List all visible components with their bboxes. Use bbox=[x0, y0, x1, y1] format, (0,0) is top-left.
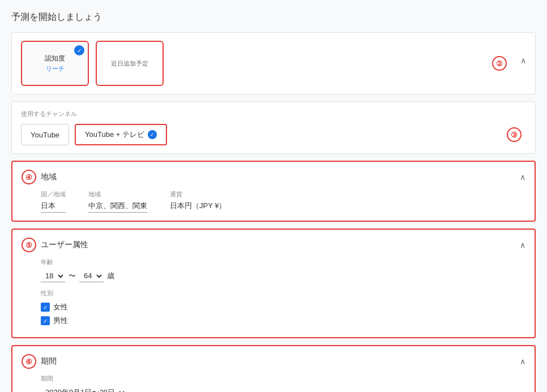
step-number-4: ④ bbox=[22, 170, 36, 184]
gender-label: 性別 bbox=[41, 289, 525, 298]
male-checkbox[interactable]: ✓ bbox=[41, 316, 50, 325]
section-goal-chevron[interactable]: ∧ bbox=[520, 56, 526, 65]
goal-card-check-awareness: ✓ bbox=[74, 45, 84, 55]
section-region-chevron[interactable]: ∧ bbox=[520, 173, 525, 182]
region-value: 中京、関西、関東 bbox=[88, 201, 147, 213]
region-label: 地域 bbox=[88, 190, 147, 199]
step-number-6: ⑥ bbox=[22, 354, 36, 369]
location-row: 国／地域 日本 地域 中京、関西、関東 通貨 日本円（JPY ¥） bbox=[41, 190, 525, 213]
step-number-3: ③ bbox=[507, 127, 522, 142]
step-number-5: ⑤ bbox=[22, 238, 36, 252]
goal-card-coming-soon[interactable]: 近日追加予定 bbox=[96, 41, 164, 86]
female-checkbox[interactable]: ✓ bbox=[41, 303, 50, 312]
section-demographics-chevron[interactable]: ∧ bbox=[520, 240, 525, 249]
currency-value: 日本円（JPY ¥） bbox=[170, 201, 226, 211]
age-label: 年齢 bbox=[41, 258, 525, 266]
section-demographics-header: ⑤ ユーザー属性 ∧ bbox=[22, 238, 525, 252]
region-field: 地域 中京、関西、関東 bbox=[88, 190, 147, 213]
age-unit: 歳 bbox=[107, 271, 114, 281]
period-title: 期間 bbox=[41, 356, 57, 367]
period-select[interactable]: 2020年9月1日〜28日 bbox=[41, 386, 126, 392]
age-to-select[interactable]: 64 54 44 bbox=[79, 270, 104, 282]
page-title: 予測を開始しましょう bbox=[11, 11, 536, 23]
section-region-header: ④ 地域 ∧ bbox=[22, 170, 525, 184]
section-period-title-left: ⑥ 期間 bbox=[22, 354, 57, 369]
channel-tv-check-icon: ✓ bbox=[148, 130, 157, 139]
period-label: 期間 bbox=[41, 374, 525, 383]
section-period-chevron[interactable]: ∧ bbox=[520, 357, 525, 366]
currency-label: 通貨 bbox=[170, 190, 226, 199]
section-goal-header: ✓ 認知度 リーチ 近日追加予定 ② ∧ bbox=[21, 41, 526, 86]
channel-buttons-container: YouTube YouTube + テレビ ✓ bbox=[21, 124, 167, 145]
section-goal: ✓ 認知度 リーチ 近日追加予定 ② ∧ bbox=[11, 32, 536, 94]
section-channel: 使用するチャンネル YouTube YouTube + テレビ ✓ ③ bbox=[11, 101, 536, 154]
country-field: 国／地域 日本 bbox=[41, 190, 66, 213]
age-from-select[interactable]: 18 25 35 bbox=[41, 270, 65, 282]
section-demographics-title-left: ⑤ ユーザー属性 bbox=[22, 238, 88, 252]
currency-field: 通貨 日本円（JPY ¥） bbox=[170, 190, 226, 211]
channel-youtube-label: YouTube bbox=[31, 131, 59, 139]
age-row: 18 25 35 〜 64 54 44 歳 bbox=[41, 270, 525, 282]
step-number-2: ② bbox=[492, 56, 507, 71]
demographics-content: 年齢 18 25 35 〜 64 54 44 歳 性別 ✓ 女性 ✓ 男性 bbox=[41, 258, 525, 326]
section-period: ⑥ 期間 ∧ 期間 2020年9月1日〜28日 bbox=[11, 345, 536, 392]
gender-female-row: ✓ 女性 bbox=[41, 302, 525, 312]
goal-card-title-awareness: 認知度 bbox=[45, 54, 65, 63]
channel-label: 使用するチャンネル bbox=[21, 110, 526, 118]
goal-card-subtitle-awareness: リーチ bbox=[46, 64, 65, 73]
section-period-header: ⑥ 期間 ∧ bbox=[22, 354, 525, 369]
goal-card-awareness[interactable]: ✓ 認知度 リーチ bbox=[21, 41, 89, 86]
period-content: 期間 2020年9月1日〜28日 bbox=[41, 374, 525, 392]
channel-youtube-btn[interactable]: YouTube bbox=[21, 124, 69, 145]
section-region: ④ 地域 ∧ 国／地域 日本 地域 中京、関西、関東 通貨 日本円（JPY ¥） bbox=[11, 161, 536, 222]
region-title: 地域 bbox=[41, 172, 57, 182]
gender-male-label: 男性 bbox=[53, 316, 68, 326]
gender-male-row: ✓ 男性 bbox=[41, 316, 525, 326]
age-tilde: 〜 bbox=[69, 271, 76, 281]
section-demographics: ⑤ ユーザー属性 ∧ 年齢 18 25 35 〜 64 54 44 歳 性別 ✓… bbox=[11, 229, 536, 338]
channel-youtube-tv-btn[interactable]: YouTube + テレビ ✓ bbox=[75, 124, 167, 145]
gender-female-label: 女性 bbox=[53, 302, 68, 312]
country-label: 国／地域 bbox=[41, 190, 66, 199]
goal-card-coming-label: 近日追加予定 bbox=[111, 59, 148, 68]
demographics-title: ユーザー属性 bbox=[41, 240, 88, 250]
section-region-title-left: ④ 地域 bbox=[22, 170, 57, 184]
gender-section: 性別 ✓ 女性 ✓ 男性 bbox=[41, 289, 525, 326]
country-value: 日本 bbox=[41, 201, 66, 213]
goal-cards-container: ✓ 認知度 リーチ 近日追加予定 bbox=[21, 41, 164, 86]
channel-youtube-tv-label: YouTube + テレビ bbox=[85, 130, 144, 140]
section-channel-header: YouTube YouTube + テレビ ✓ ③ bbox=[21, 124, 526, 145]
